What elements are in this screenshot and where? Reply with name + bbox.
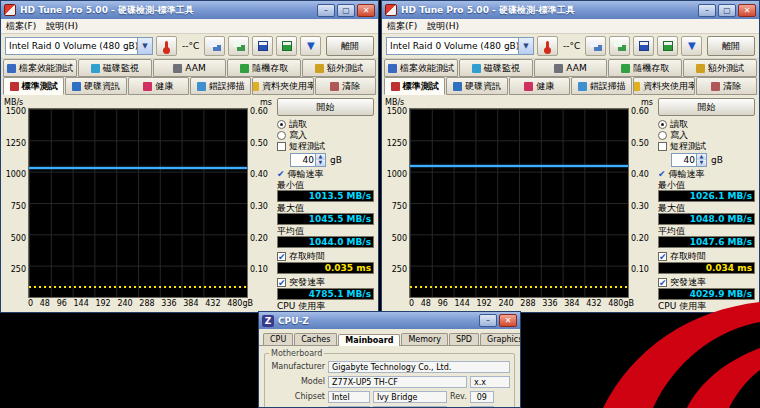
copy-text-button[interactable] bbox=[609, 36, 630, 56]
tab-info[interactable]: 硬碟資訊 bbox=[65, 77, 126, 95]
start-button[interactable]: 開始 bbox=[658, 98, 755, 116]
access-time-dots bbox=[410, 286, 628, 288]
titlebar[interactable]: HD Tune Pro 5.00 - 硬碟檢測-標準工具 – ▢ ✕ bbox=[1, 1, 378, 19]
tab-aam[interactable]: AAM bbox=[153, 59, 227, 77]
exit-button[interactable]: 離開 bbox=[326, 36, 374, 56]
read-radio[interactable] bbox=[277, 120, 286, 129]
model-label: Model bbox=[269, 377, 325, 386]
tab-random-access[interactable]: 隨機存取 bbox=[608, 59, 682, 77]
copy-screenshot-button[interactable] bbox=[585, 36, 606, 56]
burst-rate-checkbox[interactable]: ✔ bbox=[658, 278, 667, 287]
tab-label: 健康 bbox=[536, 80, 554, 93]
short-test-size-value: 40 bbox=[291, 154, 315, 166]
floppy-green-icon bbox=[663, 41, 673, 51]
titlebar[interactable]: Z CPU-Z – ✕ bbox=[259, 312, 520, 329]
short-test-checkbox[interactable] bbox=[658, 142, 667, 151]
exit-button[interactable]: 離開 bbox=[707, 36, 755, 56]
temperature-button[interactable] bbox=[537, 36, 558, 56]
access-time-checkbox[interactable]: ✔ bbox=[277, 252, 286, 261]
short-test-checkbox[interactable] bbox=[277, 142, 286, 151]
spinner[interactable]: ▲▼ bbox=[696, 154, 706, 166]
tab-mainboard[interactable]: Mainboard bbox=[338, 334, 400, 346]
tab-extra-tests[interactable]: 額外測試 bbox=[302, 59, 376, 77]
tab-label: 標準測試 bbox=[403, 80, 439, 93]
minimize-button[interactable]: – bbox=[479, 314, 497, 327]
close-button[interactable]: ✕ bbox=[357, 4, 375, 17]
download-button[interactable]: ▼ bbox=[300, 36, 321, 56]
minimize-button[interactable]: – bbox=[317, 4, 335, 17]
tab-file-benchmark[interactable]: 檔案效能測試 bbox=[3, 59, 77, 77]
spin-down-icon[interactable]: ▼ bbox=[316, 160, 325, 166]
benchmark-content: MB/s ms 150012501000750500250 0.600.500.… bbox=[382, 95, 759, 312]
spinner[interactable]: ▲▼ bbox=[315, 154, 325, 166]
tab-error-scan[interactable]: 錯誤掃描 bbox=[190, 77, 251, 95]
export-button[interactable] bbox=[657, 36, 678, 56]
tab-info[interactable]: 硬碟資訊 bbox=[446, 77, 507, 95]
burst-rate-checkbox[interactable]: ✔ bbox=[277, 278, 286, 287]
tab-erase[interactable]: 清除 bbox=[696, 77, 757, 95]
tab-disk-monitor[interactable]: 磁碟監視 bbox=[459, 59, 533, 77]
write-radio[interactable] bbox=[277, 131, 286, 140]
tab-folder-usage[interactable]: 資料夾使用率 bbox=[252, 77, 313, 95]
chipset-label: Chipset bbox=[269, 392, 325, 401]
menu-help[interactable]: 說明(H) bbox=[46, 20, 78, 33]
maximize-button[interactable]: ▢ bbox=[718, 4, 736, 17]
drive-select[interactable]: Intel Raid 0 Volume (480 gB) ▼ bbox=[5, 37, 153, 55]
tab-aam[interactable]: AAM bbox=[534, 59, 608, 77]
x-tick-label: 96 bbox=[438, 299, 448, 310]
tab-spd[interactable]: SPD bbox=[449, 333, 479, 345]
avg-label: 平均值 bbox=[658, 226, 755, 236]
tab-row-2: 標準測試 硬碟資訊 健康 錯誤掃描 資料夾使用率 清除 bbox=[382, 77, 759, 95]
drive-select[interactable]: Intel Raid 0 Volume (480 gB) ▼ bbox=[386, 37, 534, 55]
tab-health[interactable]: 健康 bbox=[509, 77, 570, 95]
start-button[interactable]: 開始 bbox=[277, 98, 374, 116]
short-test-size-input[interactable]: 40 ▲▼ bbox=[671, 153, 707, 167]
tab-benchmark[interactable]: 標準測試 bbox=[3, 77, 64, 95]
tab-erase[interactable]: 清除 bbox=[315, 77, 376, 95]
cpuz-window: Z CPU-Z – ✕ CPU Caches Mainboard Memory … bbox=[258, 311, 521, 408]
minimize-button[interactable]: – bbox=[698, 4, 716, 17]
export-button[interactable] bbox=[276, 36, 297, 56]
temperature-button[interactable] bbox=[156, 36, 177, 56]
eraser-icon bbox=[711, 82, 720, 91]
tab-folder-usage[interactable]: 資料夾使用率 bbox=[633, 77, 694, 95]
transfer-rate-label: 傳輸速率 bbox=[288, 168, 324, 181]
tab-file-benchmark[interactable]: 檔案效能測試 bbox=[384, 59, 458, 77]
read-radio[interactable] bbox=[658, 120, 667, 129]
chipset-vendor-field: Intel bbox=[328, 391, 370, 403]
download-button[interactable]: ▼ bbox=[681, 36, 702, 56]
transfer-check-icon: ✔ bbox=[277, 169, 285, 179]
access-time-checkbox[interactable]: ✔ bbox=[658, 252, 667, 261]
tab-error-scan[interactable]: 錯誤掃描 bbox=[571, 77, 632, 95]
close-button[interactable]: ✕ bbox=[499, 314, 517, 327]
save-button[interactable] bbox=[252, 36, 273, 56]
tab-graphics[interactable]: Graphics bbox=[480, 333, 521, 345]
tab-cpu[interactable]: CPU bbox=[263, 333, 293, 345]
access-time-label: 存取時間 bbox=[289, 250, 325, 263]
menu-file[interactable]: 檔案(F) bbox=[387, 20, 417, 33]
tab-health[interactable]: 健康 bbox=[128, 77, 189, 95]
disk-monitor-icon bbox=[472, 64, 481, 73]
tab-memory[interactable]: Memory bbox=[401, 333, 448, 345]
access-time-value: 0.035 ms bbox=[277, 262, 374, 274]
menu-help[interactable]: 說明(H) bbox=[427, 20, 459, 33]
tab-benchmark[interactable]: 標準測試 bbox=[384, 77, 445, 95]
titlebar[interactable]: HD Tune Pro 5.00 - 硬碟檢測-標準工具 – ▢ ✕ bbox=[382, 1, 759, 19]
tab-row-2: 標準測試 硬碟資訊 健康 錯誤掃描 資料夾使用率 清除 bbox=[1, 77, 378, 95]
drive-select-value: Intel Raid 0 Volume (480 gB) bbox=[387, 41, 518, 51]
menu-file[interactable]: 檔案(F) bbox=[6, 20, 36, 33]
tab-caches[interactable]: Caches bbox=[294, 333, 337, 345]
y-axis-right: 0.600.500.400.300.200.10 bbox=[629, 108, 654, 298]
save-button[interactable] bbox=[633, 36, 654, 56]
thermometer-icon bbox=[165, 41, 168, 52]
close-button[interactable]: ✕ bbox=[738, 4, 756, 17]
tab-extra-tests[interactable]: 額外測試 bbox=[683, 59, 757, 77]
short-test-size-input[interactable]: 40 ▲▼ bbox=[290, 153, 326, 167]
maximize-button[interactable]: ▢ bbox=[337, 4, 355, 17]
spin-down-icon[interactable]: ▼ bbox=[697, 160, 706, 166]
tab-random-access[interactable]: 隨機存取 bbox=[227, 59, 301, 77]
write-radio[interactable] bbox=[658, 131, 667, 140]
copy-screenshot-button[interactable] bbox=[204, 36, 225, 56]
copy-text-button[interactable] bbox=[228, 36, 249, 56]
tab-disk-monitor[interactable]: 磁碟監視 bbox=[78, 59, 152, 77]
